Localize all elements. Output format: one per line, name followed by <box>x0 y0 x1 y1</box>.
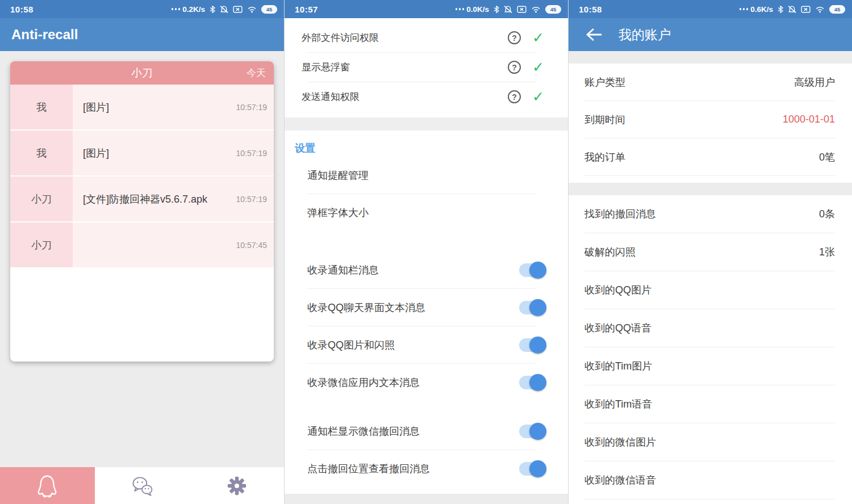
tab-wechat[interactable] <box>95 467 190 504</box>
message-body: [文件]防撤回神器v5.6.7.apk 10:57:19 <box>73 177 274 221</box>
stat-row[interactable]: 收到的Tim语音 <box>569 385 852 423</box>
help-icon[interactable] <box>508 31 521 44</box>
row-value: 1000-01-01 <box>783 114 835 125</box>
toggle-row[interactable]: 收录通知栏消息 <box>285 251 568 288</box>
settings-content: 外部文件访问权限 显示悬浮窗 发送通知权限 设置 通知提醒管理 弹框字体大小 收… <box>285 18 568 504</box>
chat-card[interactable]: 小刀 今天 我 [图片] 10:57:19 我 [图片] 10:57:19 小刀 <box>10 61 274 362</box>
signal-dots-icon <box>456 8 465 10</box>
contact-name: 小刀 <box>131 66 153 81</box>
toggle-row[interactable]: 点击撤回位置查看撤回消息 <box>285 450 568 487</box>
check-icon <box>532 90 544 104</box>
tab-qq[interactable] <box>0 467 95 504</box>
wechat-icon <box>130 473 154 498</box>
toggle-row[interactable]: 收录微信应用内文本消息 <box>285 364 568 401</box>
row-label: 收到的Tim图片 <box>584 359 835 373</box>
row-value: 高级用户 <box>794 75 835 89</box>
app-title: Anti-recall <box>11 27 78 43</box>
status-bar: 10:57 0.0K/s 45 <box>285 0 568 18</box>
signal-dots-icon <box>172 8 181 10</box>
bluetooth-icon <box>210 5 215 14</box>
clock-time: 10:58 <box>10 5 34 14</box>
message-row[interactable]: 小刀 10:57:45 <box>10 222 274 268</box>
wifi-icon <box>815 6 825 13</box>
toggle-knob <box>529 374 546 391</box>
battery-level: 45 <box>834 6 841 12</box>
toggle-knob <box>529 262 546 279</box>
row-label: 收到的QQ语音 <box>584 321 835 335</box>
panel-chat-list: 10:58 0.2K/s 45 Anti-recall 小刀 今天 我 [图片]… <box>0 0 284 504</box>
row-label: 收到的QQ图片 <box>584 283 835 297</box>
message-time: 10:57:45 <box>236 241 268 250</box>
muted-bell-icon <box>788 5 796 14</box>
divider <box>584 499 835 499</box>
toggle-switch[interactable] <box>519 263 545 277</box>
tab-settings[interactable] <box>189 467 284 504</box>
row-label: 收到的微信语音 <box>584 473 835 487</box>
permission-row[interactable]: 显示悬浮窗 <box>285 53 568 82</box>
permission-row[interactable]: 发送通知权限 <box>285 82 568 111</box>
toggle-row[interactable]: 收录QQ图片和闪照 <box>285 326 568 363</box>
stat-row[interactable]: 收到的QQ图片 <box>569 271 852 309</box>
toggle-knob <box>529 299 546 316</box>
stat-row[interactable]: 收到的Tim图片 <box>569 347 852 385</box>
account-row[interactable]: 到期时间 1000-01-01 <box>569 101 852 138</box>
permission-label: 发送通知权限 <box>302 90 508 103</box>
status-icons: 0.0K/s 45 <box>456 5 561 14</box>
stat-row[interactable]: 找到的撤回消息 0条 <box>569 195 852 233</box>
permission-row[interactable]: 外部文件访问权限 <box>285 23 568 52</box>
toggle-row[interactable]: 收录QQ聊天界面文本消息 <box>285 289 568 326</box>
toggle-group: 通知栏显示微信撤回消息 点击撤回位置查看撤回消息 <box>285 413 568 487</box>
toggle-label: 收录通知栏消息 <box>307 263 519 277</box>
muted-bell-icon <box>220 5 228 14</box>
message-time: 10:57:19 <box>236 195 268 204</box>
message-content: [文件]防撤回神器v5.6.7.apk <box>83 192 236 206</box>
toggle-switch[interactable] <box>519 462 545 476</box>
qq-penguin-icon <box>34 473 60 499</box>
settings-link-popup-font-size[interactable]: 弹框字体大小 <box>285 194 568 231</box>
toggle-label: 点击撤回位置查看撤回消息 <box>307 462 519 476</box>
help-icon[interactable] <box>508 90 521 103</box>
bottom-nav <box>0 467 284 504</box>
toggle-switch[interactable] <box>519 338 545 352</box>
back-arrow-icon[interactable] <box>584 25 604 44</box>
toggle-switch[interactable] <box>519 301 545 314</box>
help-icon[interactable] <box>508 61 521 74</box>
settings-section-title: 设置 <box>295 140 568 157</box>
check-icon <box>532 60 544 74</box>
stat-row[interactable]: 收到的QQ语音 <box>569 309 852 347</box>
wifi-icon <box>531 6 541 13</box>
message-content: [图片] <box>83 146 236 160</box>
status-icons: 0.2K/s 45 <box>172 5 277 14</box>
toggle-row[interactable]: 通知栏显示微信撤回消息 <box>285 413 568 450</box>
stat-row[interactable]: 收到的微信语音 <box>569 461 852 499</box>
message-row[interactable]: 小刀 [文件]防撤回神器v5.6.7.apk 10:57:19 <box>10 177 274 222</box>
message-row[interactable]: 我 [图片] 10:57:19 <box>10 131 274 177</box>
row-value: 1张 <box>819 245 835 259</box>
toggle-group: 收录通知栏消息 收录QQ聊天界面文本消息 收录QQ图片和闪照 收录微信应用内文本… <box>285 251 568 401</box>
message-time: 10:57:19 <box>236 103 268 112</box>
account-row[interactable]: 账户类型 高级用户 <box>569 64 852 100</box>
message-sender: 我 <box>10 85 73 129</box>
row-value: 0笔 <box>819 150 835 164</box>
divider <box>584 175 835 176</box>
battery-icon: 45 <box>261 5 277 14</box>
gear-icon <box>227 476 247 496</box>
toggle-knob <box>529 460 546 477</box>
chat-card-header: 小刀 今天 <box>10 61 274 85</box>
message-row[interactable]: 我 [图片] 10:57:19 <box>10 85 274 131</box>
battery-level: 45 <box>266 6 273 12</box>
stat-row[interactable]: 收到的微信图片 <box>569 423 852 461</box>
toggle-switch[interactable] <box>519 425 545 438</box>
row-label: 破解的闪照 <box>584 245 819 259</box>
muted-bell-icon <box>504 5 512 14</box>
toggle-switch[interactable] <box>519 376 545 389</box>
settings-link-notification-manage[interactable]: 通知提醒管理 <box>285 157 568 194</box>
no-sim-icon <box>517 6 527 13</box>
account-row[interactable]: 我的订单 0笔 <box>569 138 852 175</box>
page-title: 我的账户 <box>619 26 671 44</box>
chat-list-background: 小刀 今天 我 [图片] 10:57:19 我 [图片] 10:57:19 小刀 <box>0 51 284 504</box>
date-label: 今天 <box>247 61 266 85</box>
toggle-knob <box>529 337 546 354</box>
section-separator <box>285 117 568 131</box>
stat-row[interactable]: 破解的闪照 1张 <box>569 233 852 271</box>
